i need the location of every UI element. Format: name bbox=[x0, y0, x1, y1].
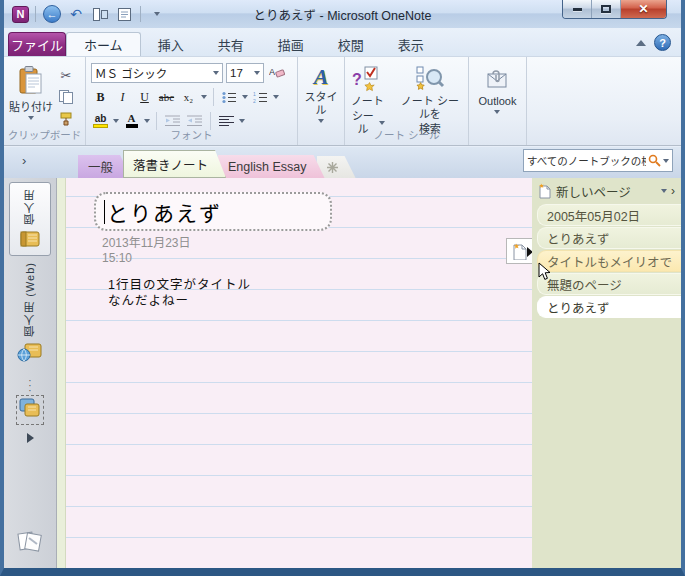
outlook-button[interactable]: Outlook bbox=[474, 61, 522, 145]
note-tags-group-label: ノート シール bbox=[345, 127, 468, 142]
dropdown-icon[interactable] bbox=[144, 119, 150, 123]
dropdown-icon[interactable] bbox=[201, 95, 207, 99]
dropdown-icon[interactable] bbox=[242, 95, 248, 99]
svg-text:?: ? bbox=[352, 71, 362, 88]
section-tab-scribble-note[interactable]: 落書きノート bbox=[123, 150, 226, 178]
svg-text:1: 1 bbox=[253, 91, 256, 97]
styles-group: A スタイル bbox=[298, 57, 345, 145]
minimize-button[interactable] bbox=[563, 0, 592, 18]
find-tags-icon bbox=[415, 65, 445, 93]
maximize-button[interactable] bbox=[592, 0, 621, 18]
page-tab-item-hovered[interactable]: タイトルもメイリオで bbox=[537, 250, 681, 272]
tab-view[interactable]: 表示 bbox=[381, 32, 441, 56]
copy-button[interactable] bbox=[54, 87, 78, 107]
search-input[interactable] bbox=[527, 155, 646, 167]
dropdown-icon[interactable] bbox=[273, 95, 279, 99]
paste-icon bbox=[17, 66, 45, 96]
bullets-icon bbox=[222, 91, 237, 104]
back-button[interactable]: ← bbox=[42, 4, 62, 24]
dropdown-icon[interactable] bbox=[113, 119, 119, 123]
tab-share[interactable]: 共有 bbox=[201, 32, 261, 56]
section-tab-bar: › 一般 落書きノート English Essay bbox=[4, 147, 681, 178]
search-scope-dropdown-icon[interactable] bbox=[663, 159, 669, 163]
dock-to-desktop-button[interactable] bbox=[90, 4, 110, 24]
svg-text:A: A bbox=[269, 67, 275, 77]
font-color-icon: A bbox=[126, 114, 138, 128]
page-tab-item[interactable]: とりあえず bbox=[537, 227, 681, 249]
expand-notebooks-icon[interactable] bbox=[27, 433, 34, 443]
tab-home[interactable]: ホーム bbox=[66, 32, 141, 56]
search-icon[interactable] bbox=[648, 154, 661, 167]
underline-button[interactable]: U bbox=[135, 87, 154, 107]
text-caret bbox=[104, 200, 105, 224]
new-page-button[interactable]: 新しいページ bbox=[556, 182, 657, 201]
more-notebooks-ellipsis: ··· bbox=[28, 378, 31, 393]
dock-icon bbox=[93, 8, 108, 21]
close-button[interactable]: ✕ bbox=[621, 0, 666, 18]
notebook-navbar: 個人用 個人用 (Web) ··· bbox=[4, 178, 57, 568]
new-page-header: 新しいページ › bbox=[532, 178, 681, 204]
bold-button[interactable]: B bbox=[91, 87, 110, 107]
italic-button[interactable]: I bbox=[113, 87, 132, 107]
font-size-combo[interactable]: 17 bbox=[226, 63, 264, 83]
main-area: 個人用 個人用 (Web) ··· とりあえず 20 bbox=[4, 178, 681, 568]
full-page-view-button[interactable] bbox=[114, 4, 134, 24]
format-painter-button[interactable] bbox=[54, 109, 78, 129]
subscript-button[interactable]: x₂ bbox=[179, 87, 198, 107]
new-page-here-button[interactable] bbox=[506, 238, 532, 264]
dropdown-icon bbox=[379, 121, 385, 125]
paste-button[interactable]: 貼り付け bbox=[8, 61, 54, 137]
strikethrough-button[interactable]: abc bbox=[157, 87, 176, 107]
numbering-icon: 12 bbox=[253, 91, 268, 104]
font-group: ＭＳ ゴシック 17 A B I U abc x₂ bbox=[86, 57, 298, 145]
tab-insert[interactable]: 挿入 bbox=[141, 32, 201, 56]
dropdown-icon bbox=[154, 12, 160, 16]
dropdown-icon[interactable] bbox=[239, 119, 245, 123]
page-body-text[interactable]: 1行目の文字がタイトル なんだよねー bbox=[108, 277, 251, 309]
page-datetime: 2013年11月23日 15:10 bbox=[102, 236, 191, 266]
collapse-page-tabs-icon[interactable]: › bbox=[671, 184, 675, 198]
note-tag-icon: ? bbox=[352, 65, 382, 93]
page-tab-item-selected[interactable]: とりあえず bbox=[537, 296, 681, 318]
page-title: とりあえず bbox=[107, 197, 222, 227]
undo-button[interactable]: ↶ bbox=[66, 4, 86, 24]
divider bbox=[140, 6, 141, 22]
page-title-box[interactable]: とりあえず bbox=[94, 192, 332, 231]
font-group-label: フォント bbox=[86, 127, 297, 142]
search-box bbox=[523, 149, 673, 172]
page-tabs-panel: 新しいページ › 2005年05月02日 とりあえず タイトルもメイリオで 無題… bbox=[532, 178, 681, 568]
styles-icon: A bbox=[314, 65, 329, 89]
onenote-logo-icon[interactable]: N bbox=[12, 6, 29, 23]
styles-button[interactable]: A スタイル bbox=[298, 61, 344, 145]
bullets-button[interactable] bbox=[220, 87, 239, 107]
page-canvas[interactable]: とりあえず 2013年11月23日 15:10 1行目の文字がタイトル なんだよ… bbox=[66, 178, 532, 568]
clear-formatting-button[interactable]: A bbox=[267, 63, 286, 83]
expand-navbar-button[interactable]: › bbox=[22, 153, 26, 168]
unfiled-notes-icon bbox=[17, 530, 43, 552]
page-tab-item[interactable]: 無題のページ bbox=[537, 273, 681, 295]
cut-button[interactable]: ✂ bbox=[54, 65, 78, 85]
new-page-dropdown-icon[interactable] bbox=[661, 189, 667, 193]
customize-qat-button[interactable] bbox=[147, 4, 167, 24]
page-tab-item[interactable]: 2005年05月02日 bbox=[537, 204, 681, 226]
unfiled-notes-button[interactable] bbox=[17, 530, 43, 556]
tab-file[interactable]: ファイル bbox=[8, 32, 66, 56]
clipboard-group: 貼り付け ✂ クリップボード bbox=[4, 57, 86, 145]
undo-icon: ↶ bbox=[70, 7, 82, 21]
minimize-ribbon-icon[interactable] bbox=[636, 40, 646, 46]
dropdown-icon bbox=[494, 110, 500, 114]
help-icon[interactable]: ? bbox=[654, 34, 671, 51]
section-tab-english-essay[interactable]: English Essay bbox=[218, 155, 325, 178]
numbering-button[interactable]: 12 bbox=[251, 87, 270, 107]
divider bbox=[213, 88, 214, 106]
maximize-icon bbox=[601, 5, 611, 13]
tab-review[interactable]: 校閲 bbox=[321, 32, 381, 56]
close-icon: ✕ bbox=[638, 2, 648, 16]
minimize-icon bbox=[573, 8, 582, 11]
notebook-stack-button[interactable] bbox=[16, 395, 44, 425]
nav-notebook-personal[interactable]: 個人用 bbox=[9, 182, 51, 256]
nav-notebook-personal-web[interactable]: 個人用 (Web) bbox=[9, 256, 51, 368]
body-line: なんだよねー bbox=[108, 293, 251, 309]
tab-draw[interactable]: 描画 bbox=[261, 32, 321, 56]
font-name-combo[interactable]: ＭＳ ゴシック bbox=[91, 63, 223, 83]
